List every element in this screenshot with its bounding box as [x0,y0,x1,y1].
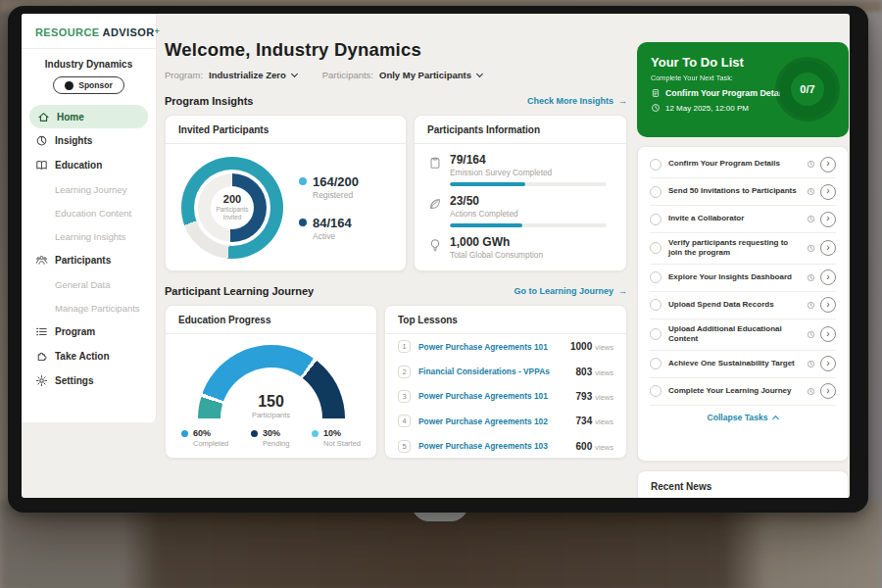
sponsor-badge[interactable]: Sponsor [53,76,123,94]
pie-chart-icon [35,134,48,147]
task-open-button[interactable]: › [820,297,836,313]
leaf-icon [428,197,442,211]
emission-survey-progress-bar [450,182,607,186]
legend-active: 84/164 Active [299,216,359,241]
task-checkbox[interactable] [650,299,662,311]
clock-icon [807,301,815,310]
sidebar-item-learning-insights[interactable]: Learning Insights [22,224,156,248]
task-row: Complete Your Learning Journey › [650,378,836,406]
program-filter[interactable]: Program: Industrialize Zero [165,70,297,80]
task-open-button[interactable]: › [820,270,836,285]
program-filter-label: Program: [165,70,203,80]
sidebar-item-education-content[interactable]: Education Content [22,201,156,224]
donut-center-label: Participants Invited [211,206,254,221]
sidebar-item-insights[interactable]: Insights [22,128,156,153]
sidebar-item-manage-participants[interactable]: Manage Participants [22,296,156,319]
chevron-right-icon: › [826,159,829,169]
task-row: Send 50 Invitations to Participants › [650,178,836,206]
gear-icon [35,374,48,387]
sidebar-item-participants[interactable]: Participants [22,248,156,272]
task-checkbox[interactable] [650,186,662,198]
completed-label: Completed [193,439,228,448]
top-lessons-card: Top Lessons 1 Power Purchase Agreements … [384,305,627,459]
task-open-button[interactable]: › [820,184,836,200]
task-checkbox[interactable] [650,358,662,369]
sidebar-item-home[interactable]: Home [29,105,148,128]
participants-filter[interactable]: Participants: Only My Participants [322,70,482,80]
registered-value: 164/200 [313,174,359,189]
sidebar-item-education[interactable]: Education [22,153,156,177]
lesson-link[interactable]: Power Purchase Agreements 101 [418,342,570,352]
task-open-button[interactable]: › [820,356,836,371]
stat-label: Emission Survey Completed [450,168,607,177]
task-checkbox[interactable] [650,242,662,254]
task-checkbox[interactable] [650,159,662,171]
pending-label: Pending [263,439,290,448]
task-checkbox[interactable] [650,328,662,340]
clipboard-icon [428,156,442,170]
people-icon [35,254,48,267]
sidebar-item-label: Settings [55,375,93,386]
lesson-rank-badge: 1 [398,340,411,353]
lesson-row: 1 Power Purchase Agreements 101 1000view… [385,334,626,359]
task-open-button[interactable]: › [820,240,836,256]
lesson-row: 2 Financial Considerations - VPPAs 803vi… [385,359,626,383]
legend-not-started: 10% Not Started [312,428,361,448]
invited-participants-donut-chart: 200 Participants Invited [181,157,283,259]
todo-list-card: Confirm Your Program Details › Send 50 I… [637,146,849,462]
task-open-button[interactable]: › [820,326,836,342]
lesson-link[interactable]: Power Purchase Agreements 102 [418,416,576,426]
legend-completed: 60% Completed [181,428,228,448]
sidebar-item-learning-journey[interactable]: Learning Journey [22,177,156,201]
participants-information-title: Participants Information [415,116,626,144]
list-icon [35,325,48,338]
lesson-views-suffix: views [595,393,613,402]
lesson-row: 5 Power Purchase Agreements 103 600views [385,434,626,459]
task-label: Complete Your Learning Journey [668,386,802,396]
sidebar-item-label: General Data [55,279,111,290]
chevron-down-icon [291,70,298,76]
clock-icon [807,387,815,396]
actions-completed-progress-bar [450,223,607,227]
participants-filter-value: Only My Participants [379,70,471,80]
stat-label: Total Global Consumption [450,250,543,260]
learning-journey-heading: Participant Learning Journey [165,285,314,297]
task-open-button[interactable]: › [820,157,836,172]
task-checkbox[interactable] [650,385,662,397]
pending-value: 30% [263,428,290,438]
task-row: Upload Spend Data Records › [650,292,836,319]
lesson-link[interactable]: Financial Considerations - VPPAs [418,367,576,376]
sidebar-item-program[interactable]: Program [22,319,156,344]
lesson-link[interactable]: Power Purchase Agreements 101 [418,391,576,401]
not-started-dot-icon [312,430,318,437]
chevron-down-icon [476,70,483,76]
go-to-learning-journey-link[interactable]: Go to Learning Journey → [514,286,627,296]
lesson-rank-badge: 4 [398,415,411,427]
lesson-rank-badge: 3 [398,390,411,403]
check-more-insights-link[interactable]: Check More Insights → [527,96,627,106]
stat-actions-completed: 23/50 Actions Completed [428,194,612,227]
book-icon [35,159,48,172]
task-checkbox[interactable] [650,214,662,225]
registered-dot-icon [299,177,307,185]
task-label: Verify participants requesting to join t… [668,238,802,259]
sidebar-item-general-data[interactable]: General Data [22,272,156,296]
collapse-tasks-link[interactable]: Collapse Tasks [650,406,836,426]
lesson-link[interactable]: Power Purchase Agreements 103 [418,441,576,451]
completed-dot-icon [181,430,188,437]
organization-name: Industry Dynamics [22,59,156,70]
clock-icon [807,187,815,196]
clock-icon [807,215,815,223]
recent-news-card: Recent News [637,470,849,498]
sidebar-item-label: Learning Insights [55,231,125,242]
task-open-button[interactable]: › [820,383,836,399]
lesson-views-suffix: views [595,443,613,452]
task-open-button[interactable]: › [820,212,836,227]
lesson-views-suffix: views [595,343,613,352]
task-checkbox[interactable] [650,271,662,283]
stat-emission-survey: 79/164 Emission Survey Completed [428,153,612,186]
sidebar-item-take-action[interactable]: Take Action [22,344,156,368]
recent-news-heading: Recent News [651,481,711,492]
clock-icon [807,360,815,368]
sidebar-item-settings[interactable]: Settings [22,368,156,393]
